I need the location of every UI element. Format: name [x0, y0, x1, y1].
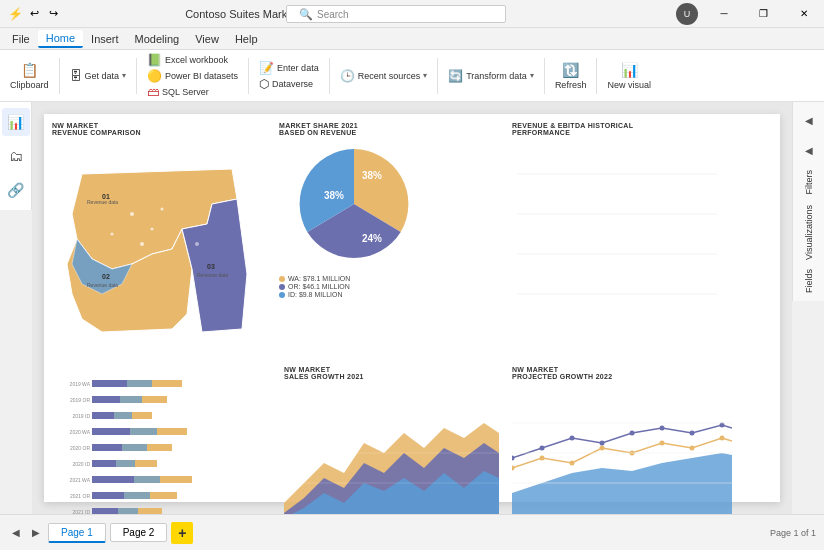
svg-rect-49: [92, 476, 134, 483]
ribbon-data-group: 📗 Excel workbook 🟡 Power BI datasets 🗃 S…: [141, 52, 244, 100]
pie-legend: WA: $78.1 MILLION OR: $46.1 MILLION ID: …: [279, 275, 494, 298]
maximize-btn[interactable]: ❐: [744, 0, 784, 27]
fields-label[interactable]: Fields: [804, 265, 814, 297]
map-panel: NW MARKETREVENUE COMPARISON 01 Revenue d…: [52, 122, 262, 352]
ribbon-separator-5: [437, 58, 438, 94]
svg-point-12: [195, 242, 199, 246]
svg-rect-52: [92, 492, 124, 499]
svg-text:2019 OR: 2019 OR: [70, 397, 90, 403]
svg-marker-62: [512, 453, 732, 514]
page-status: Page 1 of 1: [770, 528, 816, 538]
close-btn[interactable]: ✕: [784, 0, 824, 27]
clipboard-btn[interactable]: 📋 Clipboard: [4, 53, 55, 99]
svg-text:24%: 24%: [362, 233, 382, 244]
ribbon-separator-6: [544, 58, 545, 94]
sql-btn[interactable]: 🗃 SQL Server: [141, 84, 244, 100]
svg-rect-37: [92, 412, 114, 419]
search-bar[interactable]: 🔍 Search: [286, 5, 506, 23]
svg-rect-40: [92, 428, 130, 435]
page-prev-btn[interactable]: ◀: [8, 525, 24, 541]
svg-point-64: [540, 456, 545, 461]
svg-point-72: [540, 446, 545, 451]
svg-point-65: [570, 461, 575, 466]
page-tab-1[interactable]: Page 1: [48, 523, 106, 543]
svg-point-74: [600, 441, 605, 446]
svg-text:Revenue data: Revenue data: [87, 282, 118, 288]
new-visual-btn[interactable]: 📊 New visual: [601, 53, 657, 99]
svg-point-63: [512, 466, 515, 471]
map-label-02: 02: [102, 273, 110, 280]
menu-insert[interactable]: Insert: [83, 31, 127, 47]
svg-rect-43: [92, 444, 122, 451]
svg-rect-34: [92, 396, 120, 403]
svg-text:2020 WA: 2020 WA: [70, 429, 91, 435]
svg-point-77: [690, 431, 695, 436]
ribbon: 📋 Clipboard 🗄 Get data ▾ 📗 Excel workboo…: [0, 50, 824, 102]
svg-text:2020 ID: 2020 ID: [72, 461, 90, 467]
svg-point-71: [512, 456, 515, 461]
bar-chart: 2019 WA 2019 OR 2019 ID 2020 WA 2020 OR …: [52, 366, 267, 514]
excel-btn[interactable]: 📗 Excel workbook: [141, 52, 244, 68]
svg-text:2020 OR: 2020 OR: [70, 445, 90, 451]
pie-title: MARKET SHARE 2021BASED ON REVENUE: [279, 122, 494, 136]
titlebar: ⚡ ↩ ↪ Contoso Suites Market Analysis - P…: [0, 0, 824, 28]
transform-data-btn[interactable]: 🔄 Transform data ▾: [442, 66, 540, 86]
dataverse-btn[interactable]: ⬡ Dataverse: [253, 76, 325, 92]
map-chart: 01 Revenue data 02 Revenue data 03 Reven…: [52, 139, 262, 352]
canvas-page: NW MARKETREVENUE COMPARISON 01 Revenue d…: [44, 114, 780, 502]
left-sidebar: 📊 🗂 🔗: [0, 102, 32, 210]
svg-text:2019 WA: 2019 WA: [70, 381, 91, 387]
minimize-btn[interactable]: ─: [704, 0, 744, 27]
revenue-chart: [512, 139, 722, 299]
svg-point-68: [660, 441, 665, 446]
menu-file[interactable]: File: [4, 31, 38, 47]
collapse-panel-btn[interactable]: ◀: [795, 106, 823, 134]
svg-text:38%: 38%: [362, 170, 382, 181]
sidebar-data-icon[interactable]: 🗂: [2, 142, 30, 170]
projected-chart: [512, 383, 732, 514]
pie-chart: 38% 24% 38%: [279, 139, 439, 269]
undo-btn[interactable]: ↩: [27, 5, 42, 22]
menu-help[interactable]: Help: [227, 31, 266, 47]
menu-home[interactable]: Home: [38, 30, 83, 48]
ribbon-separator-4: [329, 58, 330, 94]
pie-panel: MARKET SHARE 2021BASED ON REVENUE 38% 24…: [279, 122, 494, 352]
svg-point-66: [600, 446, 605, 451]
map-label-03: 03: [207, 263, 215, 270]
page-next-btn[interactable]: ▶: [28, 525, 44, 541]
sidebar-report-icon[interactable]: 📊: [2, 108, 30, 136]
svg-point-10: [140, 242, 144, 246]
user-avatar[interactable]: U: [676, 3, 698, 25]
page-tab-2[interactable]: Page 2: [110, 523, 168, 542]
menu-view[interactable]: View: [187, 31, 227, 47]
svg-point-9: [111, 233, 114, 236]
svg-rect-31: [92, 380, 127, 387]
ribbon-separator-1: [59, 58, 60, 94]
refresh-btn[interactable]: 🔃 Refresh: [549, 53, 593, 99]
svg-text:2019 ID: 2019 ID: [72, 413, 90, 419]
sales-growth-panel: NW MARKETSALES GROWTH 2021: [284, 366, 499, 514]
redo-btn[interactable]: ↪: [46, 5, 61, 22]
page-add-btn[interactable]: +: [171, 522, 193, 544]
recent-sources-btn[interactable]: 🕒 Recent sources ▾: [334, 66, 434, 86]
svg-point-11: [161, 208, 164, 211]
menu-modeling[interactable]: Modeling: [127, 31, 188, 47]
svg-text:38%: 38%: [324, 190, 344, 201]
app-icon: ⚡: [8, 7, 23, 21]
svg-point-76: [660, 426, 665, 431]
visualizations-label[interactable]: Visualizations: [804, 201, 814, 264]
revenue-title: REVENUE & EBITDA HISTORICALPERFORMANCE: [512, 122, 732, 136]
canvas-area: NW MARKETREVENUE COMPARISON 01 Revenue d…: [32, 102, 792, 514]
get-data-btn[interactable]: 🗄 Get data ▾: [64, 66, 133, 86]
collapse-panel-btn-2[interactable]: ◀: [795, 136, 823, 164]
search-placeholder: Search: [317, 9, 349, 20]
bottom-bar: ◀ ▶ Page 1 Page 2 + Page 1 of 1: [0, 514, 824, 550]
filters-label[interactable]: Filters: [804, 166, 814, 199]
ribbon-separator-7: [596, 58, 597, 94]
sidebar-model-icon[interactable]: 🔗: [2, 176, 30, 204]
enter-data-btn[interactable]: 📝 Enter data: [253, 60, 325, 76]
svg-text:2021 OR: 2021 OR: [70, 493, 90, 499]
pbi-datasets-btn[interactable]: 🟡 Power BI datasets: [141, 68, 244, 84]
revenue-panel: REVENUE & EBITDA HISTORICALPERFORMANCE: [512, 122, 732, 352]
svg-point-70: [720, 436, 725, 441]
